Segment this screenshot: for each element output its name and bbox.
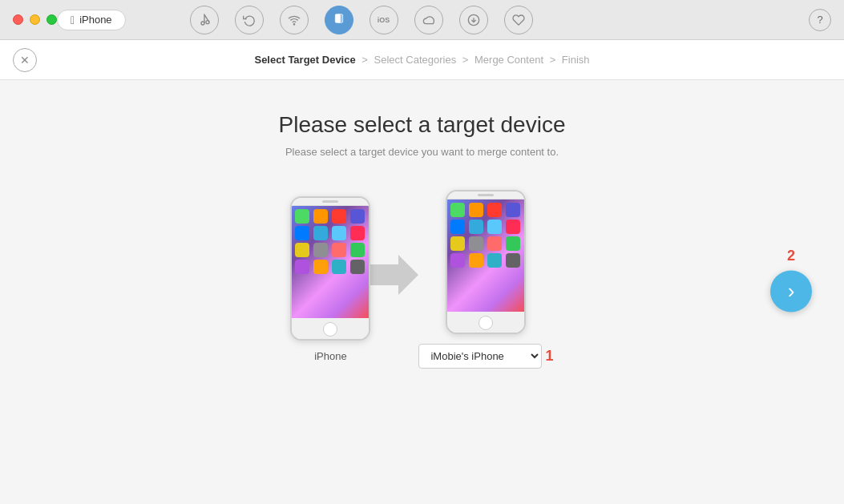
- source-app-grid: [295, 209, 365, 274]
- app-icon: [469, 220, 483, 234]
- close-wizard-button[interactable]: ✕: [13, 48, 37, 72]
- app-icon: [295, 243, 309, 257]
- help-button[interactable]: ?: [809, 9, 831, 31]
- breadcrumb-step-3: Merge Content: [474, 54, 543, 66]
- icloud-icon-btn[interactable]: [414, 6, 443, 34]
- source-home-button: [323, 322, 337, 337]
- app-icon: [313, 260, 328, 274]
- app-icon: [469, 236, 483, 251]
- svg-point-2: [293, 23, 294, 24]
- device-selection-area: iPhone iMobie's iP: [0, 190, 844, 369]
- app-icon: [450, 253, 465, 268]
- music-icon-btn[interactable]: [190, 6, 219, 34]
- device-name-label: iPhone: [79, 14, 111, 26]
- source-phone-screen: [292, 206, 369, 318]
- ios-icon-btn[interactable]: iOS: [370, 6, 398, 34]
- minimize-window-button[interactable]: [30, 14, 40, 25]
- app-icon: [332, 243, 346, 257]
- app-icon: [469, 203, 483, 217]
- target-home-button: [479, 316, 493, 330]
- step-1-indicator: 1: [545, 348, 553, 365]
- step-2-indicator: 2: [787, 247, 795, 264]
- app-icon: [506, 203, 520, 217]
- app-icon: [332, 209, 346, 224]
- app-icon: [350, 226, 365, 240]
- app-icon: [295, 226, 309, 240]
- app-icon: [295, 209, 309, 224]
- app-icon: [350, 209, 365, 224]
- app-icon: [450, 220, 465, 234]
- maximize-window-button[interactable]: [46, 14, 57, 25]
- target-phone-frame: [446, 190, 526, 334]
- history-icon-btn[interactable]: [235, 6, 264, 34]
- app-icon: [332, 260, 346, 274]
- close-window-button[interactable]: [13, 14, 23, 25]
- target-app-grid: [450, 203, 521, 268]
- phone-transfer-icon-btn[interactable]: [325, 6, 353, 34]
- target-phone-home: [447, 312, 524, 334]
- app-icon: [350, 260, 365, 274]
- app-icon: [487, 220, 502, 234]
- target-phone-speaker: [478, 194, 494, 196]
- app-icon: [313, 243, 328, 257]
- breadcrumb-step-2: Select Categories: [374, 54, 457, 66]
- app-icon: [487, 203, 502, 217]
- source-phone-speaker: [322, 200, 338, 203]
- next-button-area: 2 ›: [770, 247, 812, 312]
- breadcrumb-bar: ✕ Select Target Device > Select Categori…: [0, 40, 844, 80]
- window-controls: [13, 14, 57, 25]
- device-label:  iPhone: [57, 10, 126, 30]
- svg-marker-7: [370, 255, 418, 295]
- source-phone-home: [292, 318, 369, 341]
- ringtone-icon-btn[interactable]: [504, 6, 533, 34]
- source-device-container: iPhone: [290, 196, 370, 362]
- target-phone-top: [447, 192, 524, 200]
- page-title: Please select a target device: [279, 112, 566, 138]
- app-icon: [506, 253, 520, 268]
- app-icon: [295, 260, 309, 274]
- source-device-name: iPhone: [314, 350, 346, 362]
- app-icon: [313, 209, 328, 224]
- wifi-icon-btn[interactable]: [280, 6, 309, 34]
- app-icon: [506, 220, 520, 234]
- app-icon: [350, 243, 365, 257]
- app-icon: [450, 203, 465, 217]
- app-icon: [450, 236, 465, 251]
- source-phone-top: [292, 198, 369, 206]
- download-icon-btn[interactable]: [459, 6, 488, 34]
- transfer-arrow-icon: [370, 255, 418, 304]
- source-phone-frame: [290, 196, 370, 341]
- app-icon: [487, 253, 502, 268]
- app-icon: [487, 236, 502, 251]
- breadcrumb-step-4: Finish: [562, 54, 590, 66]
- next-icon: ›: [788, 279, 795, 304]
- target-phone-screen: [447, 200, 524, 312]
- apple-icon: : [71, 14, 75, 26]
- app-icon: [313, 226, 328, 240]
- app-icon: [332, 226, 346, 240]
- titlebar:  iPhone: [0, 0, 844, 40]
- app-icon: [506, 236, 520, 251]
- toolbar-icons: iOS: [190, 6, 533, 34]
- app-icon: [469, 253, 483, 268]
- page-subtitle: Please select a target device you want t…: [285, 146, 559, 158]
- svg-rect-4: [337, 14, 342, 22]
- nav-icons: ?: [809, 9, 831, 31]
- breadcrumb-step-1: Select Target Device: [254, 54, 355, 66]
- breadcrumb: Select Target Device > Select Categories…: [254, 54, 589, 66]
- next-button[interactable]: ›: [770, 270, 812, 312]
- main-content: Please select a target device Please sel…: [0, 80, 844, 369]
- target-device-select[interactable]: iMobie's iPhone iPhone iPad: [418, 344, 542, 369]
- target-device-container: iMobie's iPhone iPhone iPad 1: [418, 190, 553, 369]
